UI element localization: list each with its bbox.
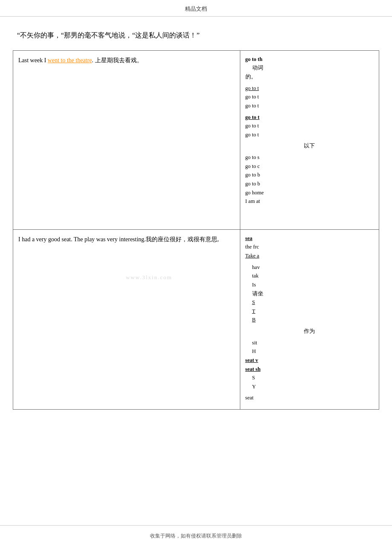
table-row: Last week I went to the theatre. 上星期我去看戏…: [13, 50, 379, 229]
right2-center-section: 作为: [245, 327, 374, 336]
right-bold-underline1: go to t: [245, 114, 259, 120]
right2-line1: the frc: [245, 244, 259, 250]
right-cell-top: go to th 动词 的。 go to t go to t go to t g…: [240, 50, 379, 229]
right2-section-2: hav tak Is 请坐 S T B: [245, 263, 374, 324]
right2-plain1: hav: [245, 264, 260, 270]
right2-section-1: sea the frc Take a: [245, 234, 374, 260]
page-header: 精品文档: [0, 0, 392, 17]
sentence-suffix: . 上星期我去看戏。: [92, 57, 143, 64]
table-row-2: I had a very good seat. The play was ver…: [13, 229, 379, 409]
left-cell-top: Last week I went to the theatre. 上星期我去看戏…: [13, 50, 240, 229]
right-section-1: go to th 动词 的。: [245, 55, 374, 81]
right2-list3: S: [245, 375, 255, 381]
right2-center1: 作为: [304, 328, 315, 334]
quote-section: “不矢你的事，“那男的毫不客气地说，“这是私人间的谈话！”: [0, 25, 392, 50]
right2-underline2: Take a: [245, 253, 259, 259]
highlighted-phrase: went to the theatre: [48, 57, 92, 64]
right-list4: go to b: [245, 181, 260, 187]
quote-text: “不矢你的事，“那男的毫不客气地说，“这是私人间的谈话！”: [17, 32, 199, 39]
right-list3: go to b: [245, 172, 260, 178]
right-list1: go to s: [245, 154, 259, 160]
right2-last-word-section: seat: [245, 393, 374, 402]
right-line2: 的。: [245, 74, 257, 80]
right-heading: go to th: [245, 56, 262, 62]
main-table: Last week I went to the theatre. 上星期我去看戏…: [13, 50, 379, 410]
header-title: 精品文档: [185, 6, 207, 12]
left-cell-bottom: I had a very good seat. The play was ver…: [13, 229, 240, 409]
right-plain1: go to t: [245, 94, 259, 100]
right-plain3: go to t: [245, 123, 259, 129]
right2-underline4: T: [245, 308, 256, 314]
right-content-bottom: sea the frc Take a hav tak Is 请坐 S T B: [245, 234, 374, 402]
right2-underline5: B: [245, 317, 256, 323]
right2-bold-underline2: seat sh: [245, 366, 261, 372]
right2-plain4: 请坐: [245, 291, 263, 297]
right2-last-word: seat: [245, 395, 254, 401]
right-list6: I am at: [245, 198, 260, 204]
right2-list4: Y: [245, 384, 256, 390]
right-underline1: go to t: [245, 85, 259, 91]
right-plain4: go to t: [245, 132, 259, 138]
right-section-3: go to t go to t go to t: [245, 113, 374, 139]
right-list5: go home: [245, 190, 264, 196]
right2-list1: sit: [245, 340, 257, 346]
right2-section-3: sit H seat v seat sh S Y: [245, 338, 374, 391]
right2-underline3: S: [245, 299, 255, 305]
right2-list2: H: [245, 348, 256, 354]
right-section-center: 以下: [245, 142, 374, 150]
right2-plain3: Is: [245, 282, 256, 288]
right-cell-bottom: sea the frc Take a hav tak Is 请坐 S T B: [240, 229, 379, 409]
sentence-prefix: Last week I: [18, 57, 48, 64]
right2-plain2: tak: [245, 273, 259, 279]
right2-heading: sea: [245, 235, 253, 241]
right-content-top: go to th 动词 的。 go to t go to t go to t g…: [245, 55, 374, 206]
right-section-4: go to s go to c go to b go to b go home …: [245, 153, 374, 206]
right2-bold-underline1: seat v: [245, 357, 258, 363]
right-line1: 动词: [245, 65, 263, 71]
footer-text: 收集于网络，如有侵权请联系管理员删除: [150, 533, 242, 539]
sentence2-text: I had a very good seat. The play was ver…: [18, 236, 219, 243]
right-center1: 以下: [304, 143, 315, 149]
right-list2: go to c: [245, 163, 260, 169]
right-plain2: go to t: [245, 103, 259, 109]
page-footer: 收集于网络，如有侵权请联系管理员删除: [0, 525, 392, 546]
right-section-2: go to t go to t go to t: [245, 84, 374, 110]
